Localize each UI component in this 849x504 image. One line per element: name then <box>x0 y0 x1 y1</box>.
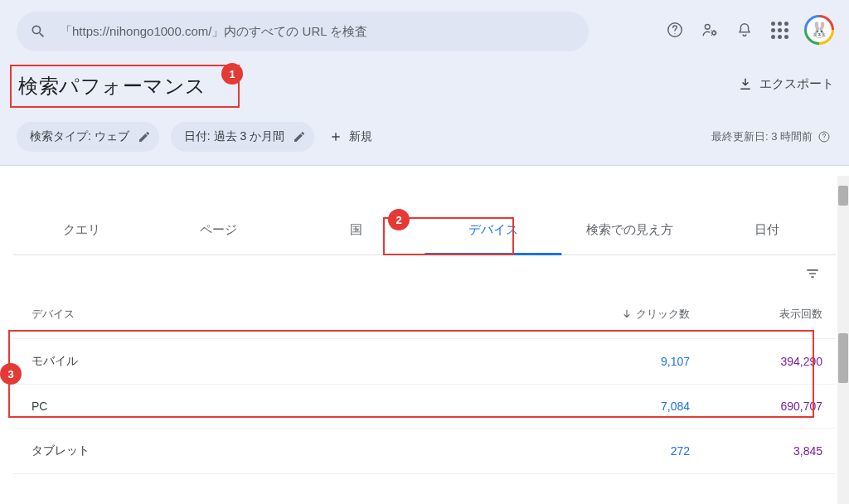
tab-date[interactable]: 日付 <box>699 206 836 255</box>
th-impressions[interactable]: 表示回数 <box>690 307 822 322</box>
scrollbar-thumb[interactable] <box>838 186 848 206</box>
add-filter-button[interactable]: 新規 <box>329 129 372 144</box>
chip-label: 検索タイプ: ウェブ <box>30 129 129 144</box>
help-icon[interactable] <box>665 20 685 40</box>
add-filter-label: 新規 <box>349 129 372 144</box>
tab-query[interactable]: クエリ <box>13 206 150 255</box>
annotation-badge-3: 3 <box>0 363 22 385</box>
cell-clicks: 9,107 <box>557 355 690 368</box>
table-row[interactable]: タブレット 272 3,845 <box>13 429 836 474</box>
svg-point-2 <box>705 24 710 29</box>
svg-point-3 <box>712 32 716 35</box>
export-label: エクスポート <box>759 76 834 92</box>
cell-impressions: 394,290 <box>690 355 822 368</box>
page-title: 検索パフォーマンス <box>18 73 206 99</box>
chip-label: 日付: 過去 3 か月間 <box>184 129 284 144</box>
last-updated: 最終更新日: 3 時間前 <box>711 129 831 144</box>
cell-clicks: 7,084 <box>557 400 690 413</box>
user-settings-icon[interactable] <box>700 20 720 40</box>
table-row[interactable]: PC 7,084 690,707 <box>13 385 836 429</box>
cell-impressions: 690,707 <box>690 400 822 413</box>
tabs: クエリ ページ 国 デバイス 検索での見え方 日付 2 <box>13 206 836 255</box>
cell-clicks: 272 <box>557 444 690 458</box>
table-row[interactable]: モバイル 9,107 394,290 <box>13 339 836 385</box>
plus-icon <box>329 130 342 143</box>
tab-page[interactable]: ページ <box>150 206 287 255</box>
filter-chip-search-type[interactable]: 検索タイプ: ウェブ <box>17 122 159 152</box>
scrollbar[interactable] <box>837 176 849 504</box>
th-clicks[interactable]: クリック数 <box>557 307 690 322</box>
svg-point-1 <box>674 33 675 34</box>
annotation-badge-1: 1 <box>221 63 243 85</box>
export-button[interactable]: エクスポート <box>738 76 834 92</box>
cell-device: モバイル <box>32 354 557 369</box>
tab-appearance[interactable]: 検索での見え方 <box>561 206 698 255</box>
apps-icon[interactable] <box>769 20 789 40</box>
sort-desc-icon <box>621 308 633 320</box>
scrollbar-thumb[interactable] <box>838 333 848 383</box>
cell-device: PC <box>32 400 557 413</box>
help-icon[interactable] <box>817 130 831 143</box>
page-title-highlight: 検索パフォーマンス <box>10 65 240 108</box>
cell-impressions: 3,845 <box>690 444 822 458</box>
pencil-icon <box>293 130 306 143</box>
search-bar[interactable]: 「https://nihongo1000.com/」内のすべての URL を検査 <box>17 12 589 51</box>
pencil-icon <box>138 130 151 143</box>
table-filter-icon[interactable] <box>804 265 821 285</box>
svg-point-5 <box>824 138 825 139</box>
table-header: デバイス クリック数 表示回数 <box>13 290 836 339</box>
download-icon <box>738 77 753 92</box>
tab-device[interactable]: デバイス <box>424 206 561 255</box>
avatar[interactable]: 🐰 <box>804 15 834 45</box>
device-table: デバイス クリック数 表示回数 モバイル 9,107 394,290 PC 7,… <box>13 290 836 474</box>
cell-device: タブレット <box>32 443 557 458</box>
filter-chip-date[interactable]: 日付: 過去 3 か月間 <box>171 122 314 152</box>
search-placeholder: 「https://nihongo1000.com/」内のすべての URL を検査 <box>60 24 367 40</box>
annotation-badge-2: 2 <box>388 209 410 230</box>
notifications-icon[interactable] <box>735 20 754 40</box>
search-icon <box>30 23 46 40</box>
th-device[interactable]: デバイス <box>32 307 557 322</box>
